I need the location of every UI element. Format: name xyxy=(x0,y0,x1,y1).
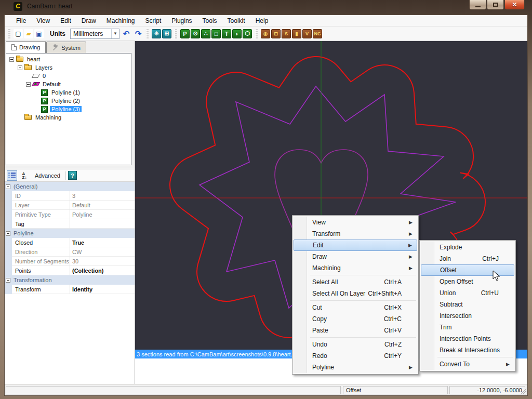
property-row-transform[interactable]: TransformIdentity xyxy=(5,285,135,294)
units-dropdown[interactable]: Millimeters ▼ xyxy=(70,29,119,39)
menu-item-view[interactable]: View▶ xyxy=(294,217,417,228)
menu-item-transform[interactable]: Transform▶ xyxy=(294,228,417,240)
maximize-button[interactable] xyxy=(487,0,504,10)
property-category-polyline[interactable]: Polyline xyxy=(5,229,135,238)
categorized-view-button[interactable] xyxy=(7,170,17,181)
property-value[interactable] xyxy=(70,219,135,229)
property-value[interactable]: CW xyxy=(70,247,135,257)
tab-system[interactable]: System xyxy=(46,42,86,53)
tree-item-polyline-1-[interactable]: PPolyline (1) xyxy=(7,88,130,97)
property-category-transformation[interactable]: Transformation xyxy=(5,275,135,285)
undo-button[interactable]: ↶ xyxy=(122,29,131,38)
tree-item-layers[interactable]: Layers xyxy=(7,63,130,72)
menu-item-trim[interactable]: Trim xyxy=(421,322,514,333)
property-value[interactable]: True xyxy=(70,238,135,247)
menu-item-undo[interactable]: UndoCtrl+Z xyxy=(294,339,417,350)
tree-item-polyline-2-[interactable]: PPolyline (2) xyxy=(7,97,130,105)
menu-item-join[interactable]: JoinCtrl+J xyxy=(421,253,514,264)
resize-grip[interactable] xyxy=(520,388,526,394)
help-button[interactable]: ? xyxy=(68,171,77,180)
drill-icon[interactable]: ▮ xyxy=(292,29,301,38)
property-row-layer[interactable]: LayerDefault xyxy=(5,201,135,210)
draw-circle-icon[interactable]: ⊙ xyxy=(191,29,200,38)
tree-item-machining[interactable]: Machining xyxy=(7,113,130,122)
menu-item-edit[interactable]: Edit▶ xyxy=(294,240,417,251)
redo-button[interactable]: ↷ xyxy=(134,29,143,38)
tree-item-heart[interactable]: heart xyxy=(7,55,130,63)
menu-item-select-all-on-layer[interactable]: Select All On LayerCtrl+Shift+A xyxy=(294,288,417,299)
collapse-icon[interactable] xyxy=(6,184,10,189)
tree-item-default[interactable]: Default xyxy=(7,80,130,88)
draw-surface-icon[interactable]: ⬡ xyxy=(243,29,252,38)
menu-item-intersection-points[interactable]: Intersection Points xyxy=(421,333,514,344)
menubar-item-plugins[interactable]: Plugins xyxy=(166,16,197,26)
menu-item-convert-to[interactable]: Convert To▶ xyxy=(421,358,514,370)
draw-points-icon[interactable]: ∴ xyxy=(201,29,210,38)
open-file-icon[interactable]: ▰ xyxy=(24,29,33,38)
menu-item-cut[interactable]: CutCtrl+X xyxy=(294,302,417,313)
menubar-item-edit[interactable]: Edit xyxy=(55,16,76,26)
close-button[interactable]: ✕ xyxy=(504,0,525,10)
grid-icon[interactable]: ⊞ xyxy=(162,29,171,38)
chevron-down-icon[interactable]: ▼ xyxy=(111,29,119,38)
collapse-icon[interactable] xyxy=(6,231,10,236)
menubar-item-file[interactable]: File xyxy=(11,16,31,26)
engrave-icon[interactable]: S xyxy=(282,29,291,38)
alphabetical-sort-button[interactable]: AZ↓ xyxy=(19,170,30,181)
menubar-item-tools[interactable]: Tools xyxy=(197,16,222,26)
property-value[interactable]: Identity xyxy=(70,285,135,294)
collapse-icon[interactable] xyxy=(18,65,22,70)
draw-rectangle-icon[interactable]: □ xyxy=(211,29,221,38)
menu-item-paste[interactable]: PasteCtrl+V xyxy=(294,325,417,336)
menu-item-polyline[interactable]: Polyline▶ xyxy=(294,362,417,373)
property-row-primitive-type[interactable]: Primitive TypePolyline xyxy=(5,210,135,219)
gcode-icon[interactable]: NC xyxy=(313,29,322,38)
menubar-item-view[interactable]: View xyxy=(31,16,55,26)
tab-drawing[interactable]: Drawing xyxy=(6,41,46,53)
collapse-icon[interactable] xyxy=(26,82,31,87)
property-value[interactable]: 30 xyxy=(70,257,135,266)
property-row-points[interactable]: Points(Collection) xyxy=(5,266,135,275)
property-row-closed[interactable]: ClosedTrue xyxy=(5,238,135,247)
menubar-item-draw[interactable]: Draw xyxy=(76,16,101,26)
advanced-button[interactable]: Advanced xyxy=(32,171,63,180)
new-file-icon[interactable]: ▢ xyxy=(14,29,23,38)
tree-item-polyline-3-[interactable]: PPolyline (3) xyxy=(7,105,130,113)
menu-item-copy[interactable]: CopyCtrl+C xyxy=(294,313,417,325)
menubar-item-toolkit[interactable]: Toolkit xyxy=(222,16,250,26)
property-row-tag[interactable]: Tag xyxy=(5,219,135,229)
menu-item-draw[interactable]: Draw▶ xyxy=(294,251,417,262)
property-row-direction[interactable]: DirectionCW xyxy=(5,247,135,257)
menu-item-union[interactable]: UnionCtrl+U xyxy=(421,287,514,299)
menu-item-redo[interactable]: RedoCtrl+Y xyxy=(294,350,417,362)
collapse-icon[interactable] xyxy=(9,57,14,62)
property-value[interactable]: (Collection) xyxy=(70,266,135,275)
pocket-icon[interactable]: ⊡ xyxy=(271,29,281,38)
menu-item-select-all[interactable]: Select AllCtrl+A xyxy=(294,276,417,288)
toolpath-icon[interactable]: ◎ xyxy=(261,29,270,38)
property-value[interactable]: Polyline xyxy=(70,210,135,219)
menubar-item-machining[interactable]: Machining xyxy=(101,16,140,26)
draw-polyline-icon[interactable]: P xyxy=(180,29,190,38)
menu-item-break-at-intersections[interactable]: Break at Intersections xyxy=(421,344,514,356)
profile-icon[interactable]: V xyxy=(302,29,312,38)
save-icon[interactable]: ▣ xyxy=(34,29,44,38)
menu-item-explode[interactable]: Explode xyxy=(421,242,514,253)
collapse-icon[interactable] xyxy=(6,278,10,283)
property-row-number-of-segments[interactable]: Number of Segments30 xyxy=(5,257,135,266)
draw-text-icon[interactable]: T xyxy=(222,29,231,38)
menu-item-intersection[interactable]: Intersection xyxy=(421,310,514,322)
property-category-general[interactable]: (General) xyxy=(5,182,135,191)
menu-item-subtract[interactable]: Subtract xyxy=(421,299,514,310)
draw-arc-icon[interactable]: ◗ xyxy=(232,29,242,38)
title-bar[interactable]: C CamBam+ heart ✕ xyxy=(0,0,532,15)
minimize-button[interactable] xyxy=(469,0,486,10)
show-axes-icon[interactable]: ✳ xyxy=(152,29,161,38)
menu-item-machining[interactable]: Machining▶ xyxy=(294,262,417,274)
panel-splitter[interactable] xyxy=(5,165,135,169)
tree-item-0[interactable]: 0 xyxy=(7,72,130,80)
property-value[interactable]: 3 xyxy=(70,191,135,201)
property-value[interactable]: Default xyxy=(70,201,135,210)
menubar-item-help[interactable]: Help xyxy=(250,16,274,26)
menubar-item-script[interactable]: Script xyxy=(140,16,167,26)
